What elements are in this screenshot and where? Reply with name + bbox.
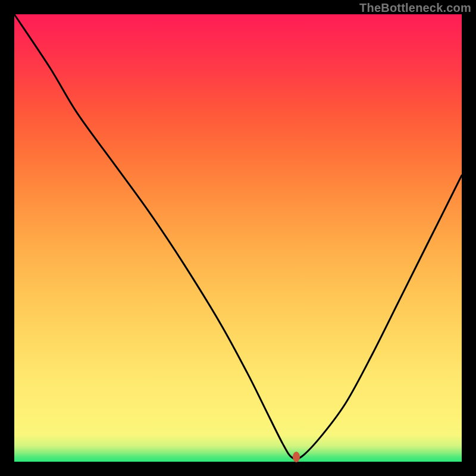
chart-svg xyxy=(14,14,462,462)
bottleneck-curve xyxy=(14,14,462,459)
watermark-text: TheBottleneck.com xyxy=(359,1,471,15)
chart-frame: TheBottleneck.com xyxy=(0,0,476,476)
chart-marker xyxy=(293,452,300,462)
